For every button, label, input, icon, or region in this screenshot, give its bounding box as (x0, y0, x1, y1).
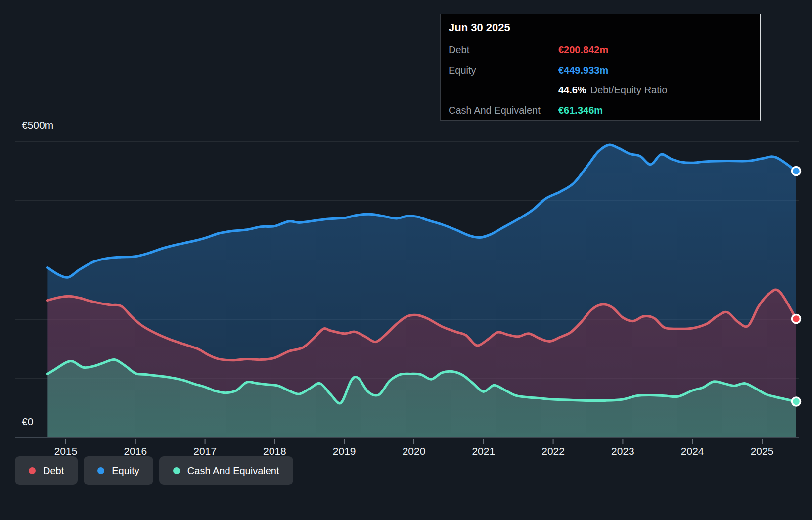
tooltip-ratio-row: 44.6%Debt/Equity Ratio (441, 80, 760, 100)
tooltip-date: Jun 30 2025 (441, 14, 760, 40)
y-axis-max-label: €500m (22, 119, 53, 131)
tooltip-cash-value: €61.346m (558, 105, 603, 116)
cash-endpoint-marker (792, 397, 800, 406)
tooltip-ratio-label: Debt/Equity Ratio (590, 85, 668, 95)
tooltip-ratio-value: 44.6% (558, 85, 586, 95)
cash-dot-icon (173, 467, 180, 474)
legend-toggle-equity[interactable]: Equity (84, 456, 153, 485)
hover-tooltip: Jun 30 2025 Debt €200.842m Equity €449.9… (440, 14, 761, 121)
tooltip-equity-label: Equity (449, 65, 558, 76)
tooltip-equity-value: €449.933m (558, 65, 608, 76)
legend-toggle-debt[interactable]: Debt (15, 456, 78, 485)
legend-debt-label: Debt (43, 465, 64, 477)
debt-dot-icon (29, 467, 36, 474)
tooltip-debt-value: €200.842m (558, 44, 608, 56)
legend-equity-label: Equity (112, 465, 139, 477)
tooltip-debt-label: Debt (449, 44, 558, 56)
legend-toggle-cash[interactable]: Cash And Equivalent (159, 456, 293, 485)
legend: Debt Equity Cash And Equivalent (15, 456, 293, 485)
tooltip-equity-row: Equity €449.933m (441, 60, 760, 80)
legend-cash-label: Cash And Equivalent (187, 465, 279, 477)
tooltip-cash-row: Cash And Equivalent €61.346m (441, 100, 760, 120)
tooltip-debt-row: Debt €200.842m (441, 40, 760, 60)
equity-endpoint-marker (792, 167, 800, 175)
tooltip-cash-label: Cash And Equivalent (449, 105, 558, 116)
debt-endpoint-marker (792, 314, 800, 323)
y-axis-zero-label: €0 (22, 416, 33, 428)
equity-dot-icon (97, 467, 104, 474)
